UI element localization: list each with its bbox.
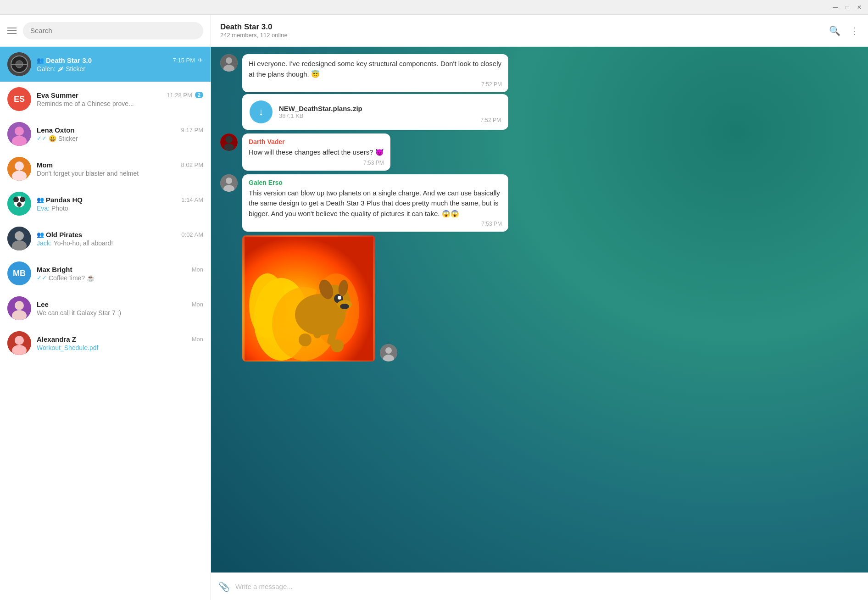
chat-preview-old-pirates: Jack: Yo-ho-ho, all aboard! (37, 239, 203, 247)
message-bubble-file: ↓ NEW_DeathStar.plans.zip 387.1 KB 7:52 … (242, 94, 508, 130)
avatar-lena-oxton (7, 122, 31, 146)
chat-preview-alexandra-z: Workout_Shedule.pdf (37, 344, 203, 351)
chat-name-max-bright: Max Bright (37, 266, 72, 273)
sticker-area (220, 235, 859, 361)
avatar-mom (7, 157, 31, 181)
msg-avatar-sticker-sender (380, 344, 397, 361)
chat-preview-link: Workout_Shedule.pdf (37, 344, 98, 351)
chat-panel: Death Star 3.0 242 members, 112 online 🔍… (211, 15, 868, 600)
messages-area: Hi everyone. I've redesigned some key st… (211, 47, 868, 572)
chat-header-info: Death Star 3.0 242 members, 112 online (220, 22, 288, 39)
chat-name-old-pirates: 👥 Old Pirates (37, 231, 82, 239)
msg-avatar-galen (220, 174, 238, 192)
chat-item-old-pirates[interactable]: 👥 Old Pirates 0:02 AM Jack: Yo-ho-ho, al… (0, 221, 211, 256)
svg-point-30 (224, 144, 234, 151)
chat-item-pandas-hq[interactable]: 👥 Pandas HQ 1:14 AM Eva: Photo (0, 186, 211, 221)
chat-item-death-star[interactable]: 👥 Death Star 3.0 7:15 PM ✈ Galen: 🌶 Stic… (0, 47, 211, 82)
svg-point-13 (13, 197, 19, 202)
svg-point-15 (17, 202, 22, 207)
chat-preview-text: We can call it Galaxy Star 7 ;) (37, 309, 121, 317)
svg-point-14 (20, 197, 25, 202)
window-chrome: — □ ✕ (0, 0, 868, 15)
chat-preview-death-star: Galen: 🌶 Sticker (37, 65, 203, 72)
chat-header-actions: 🔍 ⋮ (829, 25, 859, 36)
msg-text-darth: How will these changes affect the users?… (249, 147, 384, 158)
file-download-icon[interactable]: ↓ (250, 100, 273, 123)
svg-point-42 (338, 296, 341, 300)
chat-preview-text: Coffee time? ☕ (49, 274, 95, 282)
msg-time-file: 7:52 PM (480, 117, 501, 123)
chat-name-lee: Lee (37, 300, 49, 308)
avatar-max-bright: MB (7, 261, 31, 285)
unread-badge: 2 (195, 92, 203, 98)
file-size: 387.1 KB (279, 112, 474, 119)
svg-point-26 (226, 57, 232, 64)
msg-text-1: Hi everyone. I've redesigned some key st… (249, 59, 502, 79)
chat-item-max-bright[interactable]: MB Max Bright Mon ✓✓ Coffee time? ☕ (0, 256, 211, 291)
double-check-icon: ✓✓ (37, 274, 47, 281)
chat-header: Death Star 3.0 242 members, 112 online 🔍… (211, 15, 868, 47)
compose-input[interactable] (235, 583, 861, 590)
search-box[interactable] (23, 22, 203, 39)
svg-point-50 (331, 339, 344, 352)
svg-point-5 (15, 127, 24, 136)
avatar-alexandra-z (7, 331, 31, 355)
chat-top-pandas-hq: 👥 Pandas HQ 1:14 AM (37, 196, 203, 204)
search-input[interactable] (30, 27, 196, 34)
msg-avatar-1 (220, 54, 238, 72)
sticker-image (242, 235, 375, 361)
chat-info-mom: Mom 8:02 PM Don't forget your blaster an… (37, 161, 203, 177)
minimize-button[interactable]: — (832, 4, 839, 11)
avatar-death-star (7, 52, 31, 76)
svg-point-29 (225, 136, 233, 143)
attach-button[interactable]: 📎 (218, 581, 230, 592)
chat-info-death-star: 👥 Death Star 3.0 7:15 PM ✈ Galen: 🌶 Stic… (37, 56, 203, 72)
chat-item-lee[interactable]: Lee Mon We can call it Galaxy Star 7 ;) (0, 291, 211, 326)
chat-item-mom[interactable]: Mom 8:02 PM Don't forget your blaster an… (0, 151, 211, 186)
msg-text-galen: This version can blow up two planets on … (249, 188, 502, 219)
more-options-icon[interactable]: ⋮ (850, 25, 859, 36)
pin-icon: ✈ (198, 56, 203, 64)
message-bubble-darth: Darth Vader How will these changes affec… (242, 133, 390, 171)
chat-item-lena-oxton[interactable]: Lena Oxton 9:17 PM ✓✓ 😀 Sticker (0, 117, 211, 151)
svg-point-32 (226, 178, 232, 184)
sidebar-header (0, 15, 211, 47)
msg-time-1: 7:52 PM (249, 81, 502, 88)
chat-header-name: Death Star 3.0 (220, 22, 288, 32)
chat-preview-mom: Don't forget your blaster and helmet (37, 170, 203, 177)
chat-item-eva-summer[interactable]: ES Eva Summer 11:28 PM 2 Reminds me of a… (0, 82, 211, 117)
chat-top-lena-oxton: Lena Oxton 9:17 PM (37, 126, 203, 134)
close-button[interactable]: ✕ (856, 4, 862, 11)
chat-preview-sticker-icon: 🌶 (57, 65, 64, 72)
message-wrapper-3: Galen Erso This version can blow up two … (220, 174, 859, 232)
sender-name-galen: Galen Erso (249, 179, 502, 186)
message-bubble-galen: Galen Erso This version can blow up two … (242, 174, 508, 232)
svg-point-49 (299, 333, 312, 346)
chat-name-death-star: 👥 Death Star 3.0 (37, 56, 92, 64)
search-icon[interactable]: 🔍 (829, 25, 840, 36)
avatar-old-pirates (7, 227, 31, 250)
chat-preview-sender: Jack: (37, 239, 52, 247)
message-wrapper-1: Hi everyone. I've redesigned some key st… (220, 54, 859, 130)
chat-name-mom: Mom (37, 161, 53, 169)
group-icon: 👥 (37, 57, 44, 64)
chat-item-alexandra-z[interactable]: Alexandra Z Mon Workout_Shedule.pdf (0, 326, 211, 361)
msg-avatar-darth (220, 133, 238, 151)
file-info: NEW_DeathStar.plans.zip 387.1 KB (279, 105, 474, 119)
chat-info-lee: Lee Mon We can call it Galaxy Star 7 ;) (37, 300, 203, 317)
chat-top-max-bright: Max Bright Mon (37, 266, 203, 273)
chat-time-death-star: 7:15 PM (173, 57, 195, 64)
maximize-button[interactable]: □ (844, 4, 851, 11)
chat-info-alexandra-z: Alexandra Z Mon Workout_Shedule.pdf (37, 335, 203, 351)
svg-point-46 (340, 304, 349, 309)
chat-name-lena-oxton: Lena Oxton (37, 126, 75, 134)
chat-time-mom: 8:02 PM (181, 161, 203, 168)
hamburger-button[interactable] (7, 28, 17, 34)
svg-point-17 (15, 231, 24, 240)
chat-info-max-bright: Max Bright Mon ✓✓ Coffee time? ☕ (37, 266, 203, 282)
chat-time-max-bright: Mon (192, 266, 203, 273)
chat-info-pandas-hq: 👥 Pandas HQ 1:14 AM Eva: Photo (37, 196, 203, 212)
chat-preview-sender: Galen: (37, 65, 56, 72)
double-check-icon: ✓✓ (37, 135, 47, 142)
avatar-pandas-hq (7, 192, 31, 216)
